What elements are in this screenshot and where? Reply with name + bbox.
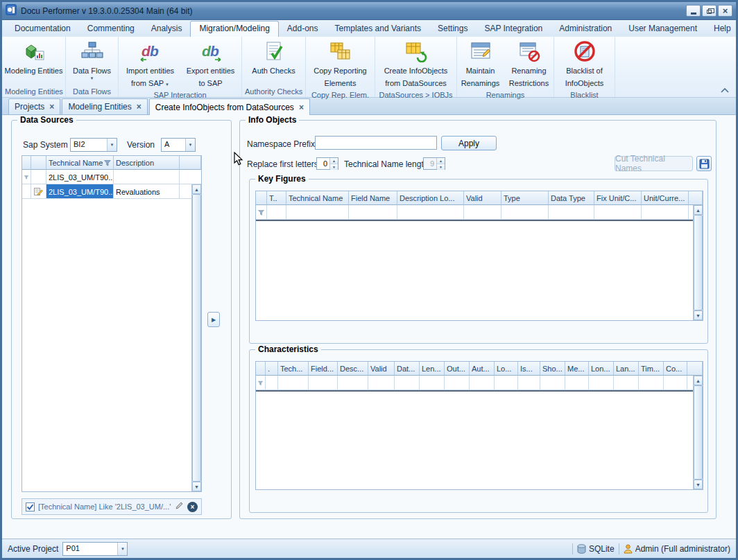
grid-cell-technical-name[interactable]: 2LIS_03_UM/T90... xyxy=(46,184,114,199)
column-header[interactable]: Lan... xyxy=(614,362,639,376)
menu-templates-variants[interactable]: Templates and Variants xyxy=(327,21,430,37)
clear-filter-icon[interactable]: × xyxy=(187,502,198,512)
save-button[interactable] xyxy=(696,156,712,171)
filter-cell[interactable] xyxy=(639,376,664,390)
restore-button[interactable] xyxy=(702,5,716,17)
version-combo[interactable]: A ▼ xyxy=(161,138,196,152)
grid-cell-description[interactable]: Revaluations xyxy=(114,184,180,199)
apply-button[interactable]: Apply xyxy=(441,136,497,150)
scroll-thumb[interactable] xyxy=(192,194,201,482)
collapse-ribbon-button[interactable] xyxy=(719,86,730,95)
column-header[interactable]: . xyxy=(266,362,278,376)
column-header[interactable]: Valid xyxy=(368,362,395,376)
filter-cell-technical-name[interactable]: 2LIS_03_UM/T90... xyxy=(46,170,114,184)
filter-cell[interactable] xyxy=(338,376,368,390)
scroll-down-icon[interactable]: ▼ xyxy=(694,480,703,489)
filter-cell[interactable] xyxy=(614,376,639,390)
filter-cell[interactable] xyxy=(594,205,642,220)
scroll-down-icon[interactable]: ▼ xyxy=(192,482,201,491)
filter-cell[interactable] xyxy=(501,205,549,220)
renaming-restrictions-button[interactable]: Renaming Restrictions xyxy=(505,39,554,90)
column-header[interactable]: Fix Unit/C... xyxy=(594,191,642,205)
filter-cell[interactable] xyxy=(31,170,46,184)
filter-cell[interactable] xyxy=(642,205,689,220)
column-header[interactable]: Aut... xyxy=(470,362,495,376)
column-header-description[interactable]: Description xyxy=(114,156,180,170)
filter-cell[interactable] xyxy=(470,376,495,390)
menu-sap-integration[interactable]: SAP Integration xyxy=(476,21,551,37)
replace-first-letters-spinner[interactable]: 0 ▲ ▼ xyxy=(316,157,338,170)
filter-cell[interactable] xyxy=(664,376,687,390)
column-header[interactable]: Valid xyxy=(464,191,501,205)
vertical-scrollbar[interactable]: ▲ ▼ xyxy=(191,184,201,491)
spinner-down-icon[interactable]: ▼ xyxy=(330,164,338,170)
scroll-up-icon[interactable]: ▲ xyxy=(694,376,703,385)
blacklist-infoobjects-button[interactable]: Blacklist of InfoObjects xyxy=(554,39,615,90)
column-header[interactable]: Lon... xyxy=(589,362,614,376)
scroll-up-icon[interactable]: ▲ xyxy=(192,184,201,194)
chevron-down-icon[interactable]: ▼ xyxy=(117,543,127,555)
column-header[interactable]: Sho... xyxy=(540,362,565,376)
column-header[interactable]: Field... xyxy=(309,362,338,376)
filter-cell[interactable] xyxy=(549,205,594,220)
active-project-combo[interactable]: P01 ▼ xyxy=(62,542,128,556)
maintain-renamings-button[interactable]: Maintain Renamings xyxy=(458,39,504,90)
scroll-thumb[interactable] xyxy=(694,385,703,480)
filter-cell[interactable] xyxy=(395,376,420,390)
chevron-down-icon[interactable]: ▼ xyxy=(107,139,117,151)
filter-cell[interactable] xyxy=(286,205,349,220)
tab-close-icon[interactable]: × xyxy=(299,104,304,111)
filter-cell[interactable] xyxy=(349,205,397,220)
filter-cell[interactable] xyxy=(266,376,278,390)
filter-cell[interactable] xyxy=(464,205,501,220)
menu-commenting[interactable]: Commenting xyxy=(79,21,143,37)
expand-arrow-button[interactable]: ▶ xyxy=(207,312,220,327)
filter-funnel-icon[interactable] xyxy=(104,160,111,166)
menu-administration[interactable]: Administration xyxy=(551,21,620,37)
vertical-scrollbar[interactable]: ▲ ▼ xyxy=(693,376,703,489)
tab-close-icon[interactable]: × xyxy=(137,103,141,110)
column-header[interactable]: Len... xyxy=(420,362,445,376)
column-header[interactable]: T.. xyxy=(267,191,286,205)
filter-cell[interactable] xyxy=(397,205,464,220)
filter-cell[interactable] xyxy=(518,376,540,390)
spinner-down-icon[interactable]: ▼ xyxy=(437,164,445,170)
tab-close-icon[interactable]: × xyxy=(49,103,54,110)
scroll-thumb[interactable] xyxy=(694,215,703,310)
menu-analysis[interactable]: Analysis xyxy=(143,21,191,37)
filter-cell[interactable] xyxy=(267,205,286,220)
menu-help[interactable]: Help xyxy=(705,21,738,37)
menu-user-management[interactable]: User Management xyxy=(620,21,705,37)
filter-cell[interactable] xyxy=(540,376,565,390)
column-header[interactable]: Description Lo... xyxy=(397,191,464,205)
tab-projects[interactable]: Projects × xyxy=(8,98,60,114)
filter-cell[interactable] xyxy=(565,376,589,390)
technical-name-length-spinner[interactable]: 9 ▲ ▼ xyxy=(423,157,445,170)
filter-enabled-checkbox[interactable] xyxy=(26,502,35,511)
auth-checks-button[interactable]: Auth Checks xyxy=(250,39,296,78)
column-header[interactable]: Technical Name xyxy=(286,191,349,205)
spinner-up-icon[interactable]: ▲ xyxy=(437,158,445,164)
row-indicator-cell[interactable] xyxy=(22,184,31,199)
column-header[interactable]: Field Name xyxy=(349,191,397,205)
scroll-down-icon[interactable]: ▼ xyxy=(694,310,703,320)
menu-documentation[interactable]: Documentation xyxy=(6,21,79,37)
filter-cell[interactable] xyxy=(445,376,470,390)
column-header[interactable]: Lo... xyxy=(495,362,518,376)
menu-add-ons[interactable]: Add-ons xyxy=(279,21,327,37)
filter-cell[interactable] xyxy=(368,376,395,390)
cut-technical-names-button[interactable]: Cut Technical Names xyxy=(615,156,693,171)
namespace-prefix-input[interactable] xyxy=(315,136,437,150)
sap-system-combo[interactable]: BI2 ▼ xyxy=(70,138,117,152)
column-header[interactable]: Out... xyxy=(445,362,470,376)
column-header[interactable]: Me... xyxy=(565,362,589,376)
column-header[interactable]: Desc... xyxy=(338,362,368,376)
filter-cell[interactable] xyxy=(278,376,309,390)
spinner-up-icon[interactable]: ▲ xyxy=(330,158,338,164)
scroll-up-icon[interactable]: ▲ xyxy=(694,205,703,215)
tab-create-infoobjects[interactable]: Create InfoObjects from DataSources × xyxy=(149,98,310,115)
column-header[interactable]: Tim... xyxy=(639,362,664,376)
column-header[interactable]: Co... xyxy=(664,362,687,376)
close-button[interactable]: × xyxy=(718,5,732,17)
create-infoobjects-button[interactable]: Create InfoObjects from DataSources xyxy=(375,39,456,90)
